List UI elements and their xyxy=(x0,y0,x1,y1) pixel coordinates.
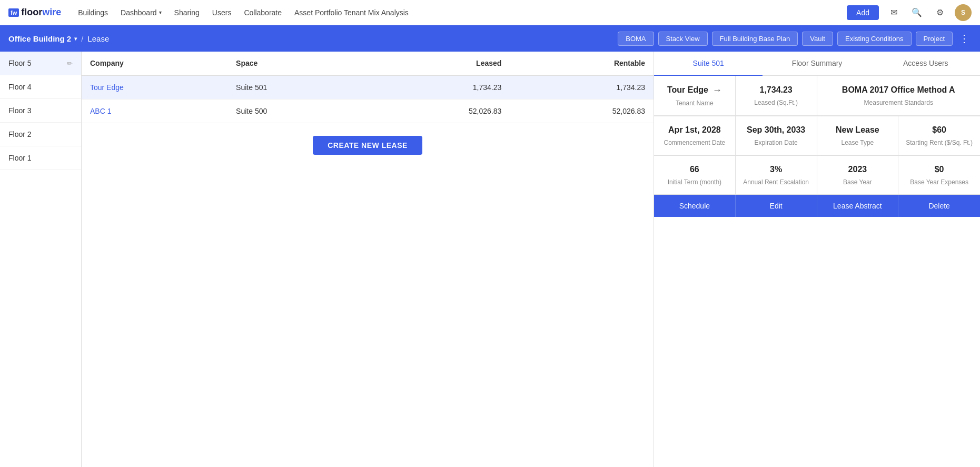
boma-button[interactable]: BOMA xyxy=(618,32,654,46)
measurement-value: BOMA 2017 Office Method A xyxy=(842,85,955,96)
breadcrumb-separator: / xyxy=(81,34,83,43)
base-year-value: 2023 xyxy=(848,164,867,175)
edit-button[interactable]: Edit xyxy=(736,195,817,217)
chevron-down-icon: ▾ xyxy=(159,9,162,15)
avatar[interactable]: S xyxy=(955,4,972,21)
delete-button[interactable]: Delete xyxy=(898,195,980,217)
top-navigation: fw floorwire Buildings Dashboard ▾ Shari… xyxy=(0,0,980,25)
sidebar-item-floor4[interactable]: Floor 4 xyxy=(0,75,81,99)
expiration-label: Expiration Date xyxy=(755,139,798,146)
logo-icon: fw xyxy=(8,8,19,17)
stack-view-button[interactable]: Stack View xyxy=(658,32,708,46)
action-buttons: Schedule Edit Lease Abstract Delete xyxy=(654,195,980,217)
cell-rentable: 1,734.23 xyxy=(510,75,654,100)
nav-asset-portfolio[interactable]: Asset Portfolio Tenant Mix Analysis xyxy=(294,8,409,17)
sidebar: Floor 5 ✏ Floor 4 Floor 3 Floor 2 Floor … xyxy=(0,52,82,467)
schedule-button[interactable]: Schedule xyxy=(654,195,736,217)
tab-access-users[interactable]: Access Users xyxy=(872,52,980,76)
split-layout: Company Space Leased Rentable Tour Edge … xyxy=(82,52,980,467)
tab-suite-501[interactable]: Suite 501 xyxy=(654,52,763,76)
tenant-name-value: Tour Edge xyxy=(667,85,708,96)
cell-leased: 52,026.83 xyxy=(367,100,510,123)
info-cell-starting-rent: $60 Starting Rent ($/Sq. Ft.) xyxy=(898,116,980,155)
main-layout: Floor 5 ✏ Floor 4 Floor 3 Floor 2 Floor … xyxy=(0,52,980,467)
detail-panel: Suite 501 Floor Summary Access Users Tou… xyxy=(654,52,980,467)
sidebar-item-floor2[interactable]: Floor 2 xyxy=(0,123,81,146)
commencement-label: Commencement Date xyxy=(664,139,726,146)
col-header-leased: Leased xyxy=(367,52,510,75)
info-cell-leased-sqft: 1,734.23 Leased (Sq.Ft.) xyxy=(736,76,817,116)
leased-sqft-value: 1,734.23 xyxy=(759,85,792,96)
starting-rent-value: $60 xyxy=(932,125,946,136)
col-header-space: Space xyxy=(227,52,367,75)
logo-text: floorwire xyxy=(21,7,61,18)
nav-users[interactable]: Users xyxy=(212,8,232,17)
cell-company: Tour Edge xyxy=(82,75,227,100)
initial-term-label: Initial Term (month) xyxy=(668,178,721,186)
info-grid-row2: Apr 1st, 2028 Commencement Date Sep 30th… xyxy=(654,116,980,156)
existing-conditions-button[interactable]: Existing Conditions xyxy=(837,32,912,46)
escalation-value: 3% xyxy=(770,164,782,175)
add-button[interactable]: Add xyxy=(847,5,879,20)
create-new-lease-button[interactable]: CREATE NEW LEASE xyxy=(313,136,422,155)
company-link[interactable]: Tour Edge xyxy=(90,83,124,92)
cell-rentable: 52,026.83 xyxy=(510,100,654,123)
full-building-base-plan-button[interactable]: Full Building Base Plan xyxy=(712,32,798,46)
company-link[interactable]: ABC 1 xyxy=(90,107,111,115)
info-cell-base-year-expenses: $0 Base Year Expenses xyxy=(898,156,980,195)
info-cell-initial-term: 66 Initial Term (month) xyxy=(654,156,736,195)
commencement-value: Apr 1st, 2028 xyxy=(668,125,721,136)
col-header-company: Company xyxy=(82,52,227,75)
table-row[interactable]: Tour Edge Suite 501 1,734.23 1,734.23 xyxy=(82,75,654,100)
lease-table-section: Company Space Leased Rentable Tour Edge … xyxy=(82,52,654,467)
breadcrumb-actions: BOMA Stack View Full Building Base Plan … xyxy=(618,32,972,46)
table-row[interactable]: ABC 1 Suite 500 52,026.83 52,026.83 xyxy=(82,100,654,123)
info-grid-row3: 66 Initial Term (month) 3% Annual Rent E… xyxy=(654,156,980,195)
info-cell-lease-type: New Lease Lease Type xyxy=(817,116,899,155)
info-cell-commencement: Apr 1st, 2028 Commencement Date xyxy=(654,116,736,155)
chevron-down-icon: ▾ xyxy=(74,36,77,42)
info-cell-tenant-name: Tour Edge → Tenant Name xyxy=(654,76,736,116)
lease-abstract-button[interactable]: Lease Abstract xyxy=(817,195,899,217)
sidebar-item-floor5[interactable]: Floor 5 ✏ xyxy=(0,52,81,75)
lease-type-label: Lease Type xyxy=(841,139,874,146)
settings-icon[interactable]: ⚙ xyxy=(932,4,948,21)
vault-button[interactable]: Vault xyxy=(802,32,833,46)
info-cell-expiration: Sep 30th, 2033 Expiration Date xyxy=(736,116,817,155)
more-options-icon[interactable]: ⋮ xyxy=(957,32,972,45)
search-icon[interactable]: 🔍 xyxy=(908,4,925,21)
base-year-expenses-value: $0 xyxy=(935,164,944,175)
lease-table: Company Space Leased Rentable Tour Edge … xyxy=(82,52,654,123)
logo[interactable]: fw floorwire xyxy=(8,7,61,18)
nav-sharing[interactable]: Sharing xyxy=(174,8,200,17)
col-header-rentable: Rentable xyxy=(510,52,654,75)
info-cell-escalation: 3% Annual Rent Escalation xyxy=(736,156,817,195)
sidebar-item-floor1[interactable]: Floor 1 xyxy=(0,146,81,170)
measurement-label: Measurement Standards xyxy=(864,99,933,106)
nav-dashboard[interactable]: Dashboard ▾ xyxy=(121,8,162,17)
leased-sqft-label: Leased (Sq.Ft.) xyxy=(754,99,798,106)
nav-actions: Add ✉ 🔍 ⚙ S xyxy=(847,4,972,21)
sidebar-item-floor3[interactable]: Floor 3 xyxy=(0,99,81,123)
edit-icon[interactable]: ✏ xyxy=(67,59,73,67)
base-year-label: Base Year xyxy=(843,178,872,186)
cell-company: ABC 1 xyxy=(82,100,227,123)
breadcrumb-bar: Office Building 2 ▾ / Lease BOMA Stack V… xyxy=(0,25,980,52)
detail-tabs: Suite 501 Floor Summary Access Users xyxy=(654,52,980,76)
nav-collaborate[interactable]: Collaborate xyxy=(244,8,282,17)
cell-leased: 1,734.23 xyxy=(367,75,510,100)
breadcrumb-building[interactable]: Office Building 2 ▾ xyxy=(8,34,77,43)
mail-icon[interactable]: ✉ xyxy=(885,4,902,21)
breadcrumb-current: Lease xyxy=(87,34,109,43)
starting-rent-label: Starting Rent ($/Sq. Ft.) xyxy=(906,139,973,146)
info-cell-measurement: BOMA 2017 Office Method A Measurement St… xyxy=(817,76,981,116)
arrow-right-icon[interactable]: → xyxy=(712,84,722,96)
base-year-expenses-label: Base Year Expenses xyxy=(910,178,968,186)
project-button[interactable]: Project xyxy=(916,32,953,46)
nav-links: Buildings Dashboard ▾ Sharing Users Coll… xyxy=(78,8,847,17)
nav-buildings[interactable]: Buildings xyxy=(78,8,108,17)
create-lease-row: CREATE NEW LEASE xyxy=(82,123,654,167)
expiration-value: Sep 30th, 2033 xyxy=(747,125,805,136)
tab-floor-summary[interactable]: Floor Summary xyxy=(763,52,871,76)
info-grid-row1: Tour Edge → Tenant Name 1,734.23 Leased … xyxy=(654,76,980,116)
